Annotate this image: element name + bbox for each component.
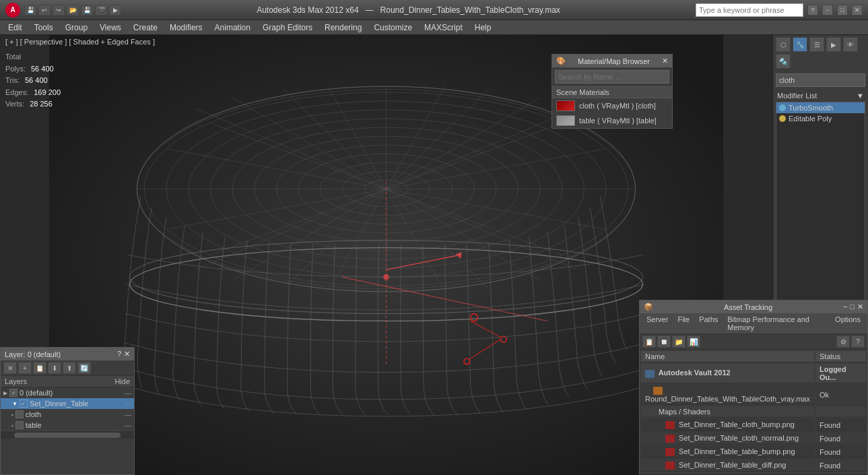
app-logo: A bbox=[5, 3, 20, 18]
at-menu-file[interactable]: File bbox=[673, 315, 694, 332]
rp-icon-utilities[interactable]: 🔩 bbox=[776, 54, 791, 69]
render2-btn[interactable]: ▶ bbox=[109, 5, 121, 15]
at-title: Asset Tracking bbox=[724, 303, 772, 311]
rp-icon-hierarchy[interactable]: ☰ bbox=[809, 37, 824, 52]
lp-copy-btn[interactable]: 📋 bbox=[33, 362, 46, 374]
redo-btn[interactable]: ↪ bbox=[53, 5, 65, 15]
at-menu-server[interactable]: Server bbox=[642, 315, 672, 332]
at-tb-settings[interactable]: ⚙ bbox=[836, 336, 850, 348]
save-btn[interactable]: 💾 bbox=[81, 5, 93, 15]
at-row-file-name: Round_Dinner_Tables_With_TableCloth_vray… bbox=[641, 385, 814, 405]
mat-label-table: table ( VRayMtl ) [table] bbox=[579, 117, 657, 125]
at-row-table-bump-status: Found bbox=[815, 446, 866, 458]
quick-access-btn[interactable]: 💾 bbox=[24, 5, 36, 15]
at-row-table-diff[interactable]: Set_Dinner_Table_table_diff.png Found bbox=[641, 460, 866, 472]
lp-scrollbar[interactable] bbox=[1, 431, 134, 439]
at-tb-btn4[interactable]: 📊 bbox=[687, 336, 700, 348]
undo-btn[interactable]: ↩ bbox=[38, 5, 51, 15]
modifier-item-turbos[interactable]: TurboSmooth bbox=[776, 102, 865, 113]
at-row-cloth-bump[interactable]: Set_Dinner_Table_cloth_bump.png Found bbox=[641, 419, 866, 431]
at-cloth-bump-icon bbox=[665, 421, 675, 429]
at-minimize-btn[interactable]: − bbox=[843, 303, 847, 311]
layer-row-set-dinner[interactable]: ▼ ✓ Set_Dinner_Table — bbox=[1, 398, 134, 409]
menu-create[interactable]: Create bbox=[128, 22, 163, 34]
menu-edit[interactable]: Edit bbox=[3, 22, 28, 34]
lp-delete-btn[interactable]: ✕ bbox=[3, 362, 17, 374]
mat-item-cloth[interactable]: cloth ( VRayMtl ) [cloth] bbox=[552, 98, 672, 113]
layer-check-default[interactable]: ✓ bbox=[9, 389, 18, 397]
help-btn[interactable]: ? bbox=[807, 5, 818, 15]
layer-check-cloth[interactable] bbox=[15, 410, 24, 418]
lp-add-btn[interactable]: + bbox=[18, 362, 32, 374]
at-menu-paths[interactable]: Paths bbox=[695, 315, 722, 332]
at-tb-btn1[interactable]: 📋 bbox=[642, 336, 656, 348]
menu-maxscript[interactable]: MAXScript bbox=[419, 22, 468, 34]
layer-hide-default: — bbox=[125, 389, 131, 397]
rp-search bbox=[773, 71, 868, 90]
rp-icon-modify[interactable]: 🔧 bbox=[793, 37, 807, 52]
menu-modifiers[interactable]: Modifiers bbox=[164, 22, 208, 34]
layer-row-cloth[interactable]: • cloth — bbox=[1, 409, 134, 420]
lp-scrollbar-track[interactable] bbox=[14, 433, 121, 438]
menu-rendering[interactable]: Rendering bbox=[319, 22, 367, 34]
layer-check-table[interactable] bbox=[15, 421, 24, 429]
lp-move-down-btn[interactable]: ⬇ bbox=[48, 362, 61, 374]
menu-customize[interactable]: Customize bbox=[368, 22, 418, 34]
at-close-btn[interactable]: ✕ bbox=[857, 303, 863, 311]
layer-check-set-dinner[interactable]: ✓ bbox=[20, 400, 28, 408]
lp-close-btn[interactable]: ✕ bbox=[124, 350, 130, 358]
at-tb-help[interactable]: ? bbox=[851, 336, 865, 348]
modifier-name-turbos: TurboSmooth bbox=[789, 104, 833, 112]
mat-item-table[interactable]: table ( VRayMtl ) [table] bbox=[552, 113, 672, 128]
at-tb-btn3[interactable]: 📁 bbox=[672, 336, 686, 348]
layer-name-table: table bbox=[26, 421, 123, 429]
stat-verts-label: Verts: bbox=[5, 98, 24, 110]
at-menu-bitmap[interactable]: Bitmap Performance and Memory bbox=[723, 315, 830, 332]
modifier-list: TurboSmooth Editable Poly bbox=[776, 102, 865, 307]
at-row-vault-name: Autodesk Vault 2012 bbox=[641, 364, 814, 383]
modifier-list-dropdown[interactable]: ▼ bbox=[857, 92, 864, 100]
modifier-item-editable-poly[interactable]: Editable Poly bbox=[776, 113, 865, 124]
search-input[interactable] bbox=[696, 3, 803, 17]
menu-animation[interactable]: Animation bbox=[209, 22, 256, 34]
lp-help-btn[interactable]: ? bbox=[117, 350, 121, 358]
layer-row-table[interactable]: • table — bbox=[1, 420, 134, 431]
minimize-btn[interactable]: − bbox=[822, 5, 833, 15]
rp-icon-motion[interactable]: ▶ bbox=[826, 37, 841, 52]
at-row-maps-status bbox=[815, 406, 866, 418]
at-row-file[interactable]: Round_Dinner_Tables_With_TableCloth_vray… bbox=[641, 385, 866, 405]
maximize-btn[interactable]: □ bbox=[837, 5, 848, 15]
render-btn[interactable]: 🎬 bbox=[95, 5, 107, 15]
title-left: A 💾 ↩ ↪ 📂 💾 🎬 ▶ bbox=[5, 3, 121, 18]
menu-help[interactable]: Help bbox=[469, 22, 497, 34]
layer-name-set-dinner: Set_Dinner_Table bbox=[30, 400, 123, 408]
lp-move-up-btn[interactable]: ⬆ bbox=[63, 362, 76, 374]
title-icons: 💾 ↩ ↪ 📂 💾 🎬 ▶ bbox=[24, 5, 121, 15]
menu-tools[interactable]: Tools bbox=[29, 22, 59, 34]
stat-verts-value: 28 256 bbox=[30, 98, 53, 110]
mat-browser-section: Scene Materials bbox=[552, 86, 672, 98]
at-row-file-status: Ok bbox=[815, 385, 866, 405]
at-row-vault[interactable]: Autodesk Vault 2012 Logged Ou... bbox=[641, 364, 866, 383]
rp-icon-display[interactable]: 👁 bbox=[843, 37, 858, 52]
menu-views[interactable]: Views bbox=[94, 22, 127, 34]
mat-browser-close[interactable]: ✕ bbox=[662, 57, 668, 65]
at-row-cloth-normal[interactable]: Set_Dinner_Table_cloth_normal.png Found bbox=[641, 433, 866, 445]
menu-graph-editors[interactable]: Graph Editors bbox=[257, 22, 318, 34]
menu-group[interactable]: Group bbox=[60, 22, 93, 34]
open-btn[interactable]: 📂 bbox=[67, 5, 79, 15]
at-row-table-bump[interactable]: Set_Dinner_Table_table_bump.png Found bbox=[641, 446, 866, 458]
mat-search-input[interactable] bbox=[555, 70, 669, 84]
lp-col-layers: Layers bbox=[5, 377, 27, 385]
at-maximize-btn[interactable]: □ bbox=[850, 303, 855, 311]
close-btn[interactable]: ✕ bbox=[852, 5, 863, 15]
modifier-search-input[interactable] bbox=[776, 73, 865, 87]
asset-tracking-panel: 📦 Asset Tracking − □ ✕ Server File Paths… bbox=[639, 300, 868, 475]
lp-refresh-btn[interactable]: 🔄 bbox=[77, 362, 91, 374]
svg-point-47 bbox=[383, 274, 389, 280]
at-menu-options[interactable]: Options bbox=[831, 315, 865, 332]
rp-icon-create[interactable]: ⬡ bbox=[776, 37, 791, 52]
at-tb-btn2[interactable]: 🔲 bbox=[657, 336, 671, 348]
layer-row-default[interactable]: ▶ ✓ 0 (default) — bbox=[1, 387, 134, 398]
at-row-maps[interactable]: Maps / Shaders bbox=[641, 406, 866, 418]
